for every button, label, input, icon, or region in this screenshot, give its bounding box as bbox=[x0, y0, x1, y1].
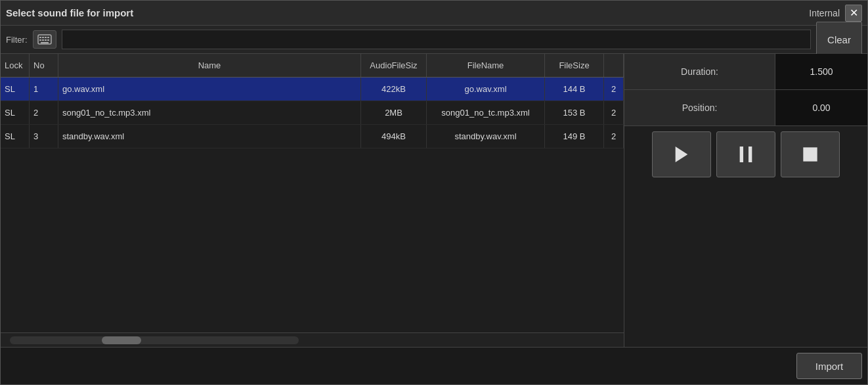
clear-button[interactable]: Clear bbox=[816, 22, 862, 57]
close-button[interactable]: ✕ bbox=[845, 5, 862, 22]
filter-bar: Filter: Clear bbox=[1, 26, 867, 54]
main-area: Lock No Name AudioFileSiz FileName FileS… bbox=[1, 54, 867, 347]
filter-input[interactable] bbox=[62, 30, 812, 49]
table-row[interactable]: SL 3 standby.wav.xml 494kB standby.wav.x… bbox=[1, 125, 624, 148]
table-row[interactable]: SL 2 song01_no_tc.mp3.xml 2MB song01_no_… bbox=[1, 101, 624, 125]
svg-rect-13 bbox=[803, 147, 817, 161]
svg-rect-2 bbox=[42, 37, 44, 38]
filter-label: Filter: bbox=[6, 35, 28, 45]
cell-lock-1: SL bbox=[1, 101, 30, 124]
pause-icon bbox=[735, 144, 756, 165]
col-header-audiofilesize: AudioFileSiz bbox=[361, 54, 427, 77]
position-section: Position: 0.00 bbox=[624, 90, 867, 126]
horizontal-scrollbar[interactable] bbox=[1, 332, 624, 347]
title-bar: Select sound file for import Internal ✕ bbox=[1, 1, 867, 26]
svg-rect-11 bbox=[740, 147, 743, 162]
cell-no-1: 2 bbox=[30, 101, 58, 124]
col-header-filename: FileName bbox=[427, 54, 545, 77]
col-header-extra bbox=[604, 54, 624, 77]
svg-marker-10 bbox=[676, 147, 688, 162]
cell-lock-0: SL bbox=[1, 78, 30, 101]
svg-rect-3 bbox=[45, 37, 47, 38]
cell-filesize-1: 153 B bbox=[545, 101, 604, 124]
col-header-no: No bbox=[30, 54, 58, 77]
internal-label: Internal bbox=[809, 8, 840, 18]
svg-rect-8 bbox=[47, 39, 49, 41]
title-right: Internal ✕ bbox=[809, 5, 862, 22]
cell-name-2: standby.wav.xml bbox=[58, 125, 361, 148]
cell-no-2: 3 bbox=[30, 125, 58, 148]
scrollbar-track[interactable] bbox=[10, 336, 299, 344]
list-area: Lock No Name AudioFileSiz FileName FileS… bbox=[1, 54, 624, 347]
stop-icon bbox=[800, 144, 821, 165]
bottom-bar: Import bbox=[1, 347, 867, 384]
position-value: 0.00 bbox=[775, 90, 867, 125]
svg-rect-6 bbox=[42, 39, 44, 41]
svg-rect-9 bbox=[41, 42, 49, 43]
transport-controls bbox=[624, 126, 867, 183]
cell-name-1: song01_no_tc.mp3.xml bbox=[58, 101, 361, 124]
cell-lock-2: SL bbox=[1, 125, 30, 148]
cell-filesize-0: 144 B bbox=[545, 78, 604, 101]
svg-rect-1 bbox=[39, 37, 41, 38]
play-icon bbox=[671, 144, 692, 165]
duration-label: Duration: bbox=[624, 54, 775, 89]
duration-section: Duration: 1.500 bbox=[624, 54, 867, 90]
table-header: Lock No Name AudioFileSiz FileName FileS… bbox=[1, 54, 624, 78]
play-button[interactable] bbox=[652, 131, 711, 177]
table-row[interactable]: SL 1 go.wav.xml 422kB go.wav.xml 144 B 2 bbox=[1, 78, 624, 101]
cell-audiofilesize-1: 2MB bbox=[361, 101, 427, 124]
svg-rect-5 bbox=[39, 39, 41, 41]
cell-extra-2: 2 bbox=[604, 125, 624, 148]
cell-audiofilesize-0: 422kB bbox=[361, 78, 427, 101]
cell-filename-1: song01_no_tc.mp3.xml bbox=[427, 101, 545, 124]
duration-value: 1.500 bbox=[775, 54, 867, 89]
cell-filename-0: go.wav.xml bbox=[427, 78, 545, 101]
svg-rect-4 bbox=[47, 37, 49, 38]
cell-filesize-2: 149 B bbox=[545, 125, 604, 148]
col-header-lock: Lock bbox=[1, 54, 30, 77]
right-panel: Duration: 1.500 Position: 0.00 bbox=[624, 54, 867, 347]
main-window: Select sound file for import Internal ✕ … bbox=[0, 0, 868, 385]
col-header-name: Name bbox=[58, 54, 361, 77]
cell-extra-1: 2 bbox=[604, 101, 624, 124]
cell-name-0: go.wav.xml bbox=[58, 78, 361, 101]
keyboard-icon[interactable] bbox=[33, 30, 56, 49]
cell-no-0: 1 bbox=[30, 78, 58, 101]
table-body: SL 1 go.wav.xml 422kB go.wav.xml 144 B 2… bbox=[1, 78, 624, 332]
svg-rect-12 bbox=[749, 147, 752, 162]
scrollbar-thumb[interactable] bbox=[102, 336, 141, 344]
svg-rect-7 bbox=[45, 39, 47, 41]
pause-button[interactable] bbox=[716, 131, 775, 177]
position-label: Position: bbox=[624, 90, 775, 125]
cell-audiofilesize-2: 494kB bbox=[361, 125, 427, 148]
import-button[interactable]: Import bbox=[796, 353, 862, 379]
window-title: Select sound file for import bbox=[6, 7, 133, 18]
stop-button[interactable] bbox=[781, 131, 840, 177]
col-header-filesize: FileSize bbox=[545, 54, 604, 77]
cell-extra-0: 2 bbox=[604, 78, 624, 101]
cell-filename-2: standby.wav.xml bbox=[427, 125, 545, 148]
